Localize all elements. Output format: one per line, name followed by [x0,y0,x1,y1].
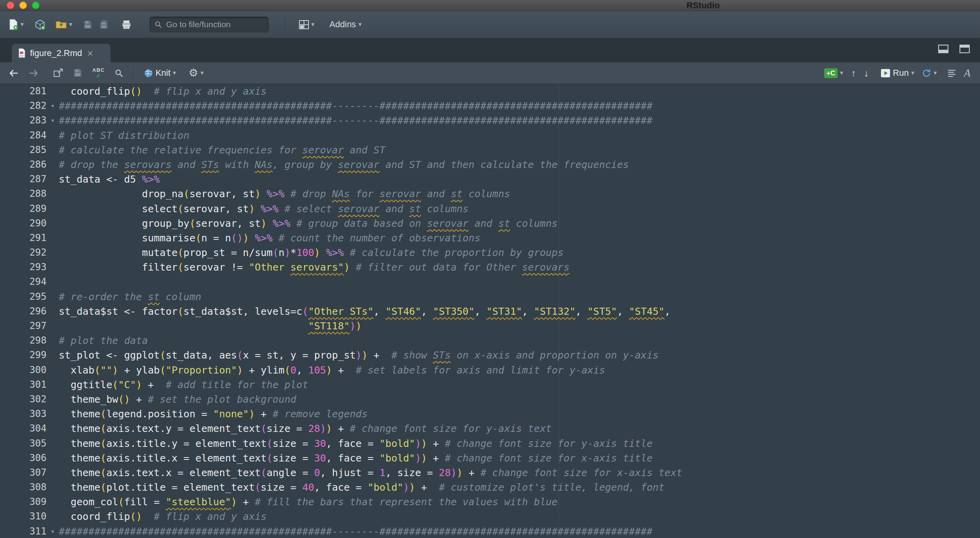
chevron-down-icon: ▾ [933,70,937,76]
code-text: # drop the serovars and STs with NAs, gr… [59,157,629,172]
close-window-button[interactable] [7,2,14,9]
code-line[interactable]: 302 theme_bw() + # set the plot backgrou… [0,392,980,407]
goto-file-function-field[interactable]: Go to file/function [150,17,269,32]
save-button[interactable] [73,69,82,77]
document-outline-toggle-button[interactable]: A [964,67,971,79]
go-next-section-button[interactable]: ↓ [864,68,869,78]
code-line[interactable]: 305 theme(axis.title.y = element_text(si… [0,436,980,451]
code-line[interactable]: 290 group_by(serovar, st) %>% # group da… [0,216,980,231]
code-text: # plot ST distribution [59,128,189,143]
code-line[interactable]: 289 select(serovar, st) %>% # select ser… [0,202,980,216]
line-number: 306 [0,451,47,465]
code-line[interactable]: 308 theme(plot.title = element_text(size… [0,480,980,495]
save-button[interactable] [83,20,92,29]
fold-spacer [47,495,59,509]
line-number: 301 [0,377,47,392]
knit-settings-button[interactable]: ⚙ ▾ [189,68,204,78]
spellcheck-abc-icon: ABC ✓ [92,67,105,78]
knit-yarn-icon [144,69,153,78]
find-replace-button[interactable] [115,69,123,77]
forward-button[interactable] [29,69,38,77]
tab-figure-2-rmd[interactable]: figure_2.Rmd × [12,44,110,62]
code-line[interactable]: 291 summarise(n = n()) %>% # count the n… [0,231,980,245]
go-previous-section-button[interactable]: ↑ [851,68,856,78]
line-number: 281 [0,84,47,99]
code-line[interactable]: 301 ggtitle("C") + # add title for the p… [0,377,980,392]
code-line[interactable]: 297 "ST118")) [0,319,980,333]
code-line[interactable]: 282▾####################################… [0,99,980,113]
chevron-down-icon: ▾ [911,70,914,76]
panes-grid-icon [299,20,309,29]
code-line[interactable]: 303 theme(legend.position = "none") + # … [0,407,980,421]
code-line[interactable]: 286# drop the serovars and STs with NAs,… [0,157,980,172]
code-line[interactable]: 304 theme(axis.text.y = element_text(siz… [0,421,980,436]
knit-button[interactable]: Knit ▾ [144,68,176,78]
maximize-pane-button[interactable] [959,45,970,53]
titlebar: RStudio [0,0,980,11]
code-line[interactable]: 298# plot the data [0,333,980,348]
rerun-previous-button[interactable]: ▾ [922,69,937,78]
code-text: st_data <- d5 %>% [59,172,160,187]
code-line[interactable]: 281 coord_flip() # flip x and y axis [0,84,980,99]
save-all-button[interactable] [99,20,110,29]
new-project-button[interactable] [35,19,45,30]
code-line[interactable]: 285# calculate the relative frequencies … [0,143,980,157]
code-line[interactable]: 296st_data$st <- factor(st_data$st, leve… [0,304,980,319]
code-editor[interactable]: 281 coord_flip() # flip x and y axis282▾… [0,84,980,538]
code-text: # calculate the relative frequencies for… [59,143,385,157]
print-button[interactable] [122,20,131,29]
forward-arrow-icon [29,69,38,77]
insert-chunk-button[interactable]: +C ▾ [824,68,843,78]
code-line[interactable]: 299st_plot <- ggplot(st_data, aes(x = st… [0,348,980,362]
code-text: st_data$st <- factor(st_data$st, levels=… [59,304,670,319]
addins-button[interactable]: Addins ▾ [329,19,361,30]
line-number: 302 [0,392,47,407]
code-line[interactable]: 310 coord_flip() # flip x and y axis [0,509,980,524]
code-line[interactable]: 306 theme(axis.title.x = element_text(si… [0,451,980,465]
zoom-window-button[interactable] [32,2,39,9]
workspace-panes-button[interactable]: ▾ [299,20,314,29]
fold-spacer [47,407,59,421]
fold-arrow-icon[interactable]: ▾ [47,113,59,128]
fold-arrow-icon[interactable]: ▾ [47,99,59,113]
code-line[interactable]: 292 mutate(prop_st = n/sum(n)*100) %>% #… [0,245,980,260]
code-text: theme(plot.title = element_text(size = 4… [59,480,664,495]
fold-spacer [47,157,59,172]
chevron-down-icon: ▾ [69,21,72,28]
code-text: theme(axis.text.y = element_text(size = … [59,421,552,436]
code-text: group_by(serovar, st) %>% # group data b… [59,216,557,231]
open-file-button[interactable]: ▾ [56,20,72,29]
code-text: theme(axis.title.y = element_text(size =… [59,436,653,451]
fold-spacer [47,304,59,319]
code-line[interactable]: 287st_data <- d5 %>% [0,172,980,187]
back-button[interactable] [9,69,19,77]
code-line[interactable]: 293 filter(serovar != "Other serovars") … [0,260,980,275]
close-tab-icon[interactable]: × [87,48,93,58]
window-title: RStudio [686,0,720,11]
main-toolbar: ▾ ▾ Go to file/function ▾ Addins [0,11,980,38]
fold-arrow-icon[interactable]: ▾ [47,524,59,538]
code-text: select(serovar, st) %>% # select serovar… [59,202,469,216]
code-line[interactable]: 295# re-order the st column [0,290,980,304]
code-text: "ST118")) [59,319,362,333]
code-line[interactable]: 309 geom_col(fill = "steelblue") + # fil… [0,495,980,509]
code-line[interactable]: 307 theme(axis.text.x = element_text(ang… [0,465,980,480]
new-file-button[interactable]: ▾ [9,19,24,30]
code-line[interactable]: 294 [0,275,980,289]
minimize-pane-button[interactable] [938,45,948,53]
outline-lines-icon [947,69,956,77]
addins-label: Addins [329,19,356,30]
source-tab-strip: figure_2.Rmd × [0,38,980,62]
open-in-new-window-button[interactable] [54,69,63,77]
code-line[interactable]: 284# plot ST distribution [0,128,980,143]
run-button[interactable]: Run ▾ [881,68,914,78]
minimize-window-button[interactable] [19,2,27,9]
code-line[interactable]: 300 xlab("") + ylab("Proportion") + ylim… [0,363,980,377]
fold-spacer [47,363,59,377]
fold-spacer [47,143,59,157]
code-line[interactable]: 288 drop_na(serovar, st) %>% # drop NAs … [0,187,980,201]
spellcheck-button[interactable]: ABC ✓ [92,67,105,78]
source-outline-button[interactable] [947,69,956,77]
code-line[interactable]: 283▾####################################… [0,113,980,128]
code-line[interactable]: 311▾####################################… [0,524,980,538]
